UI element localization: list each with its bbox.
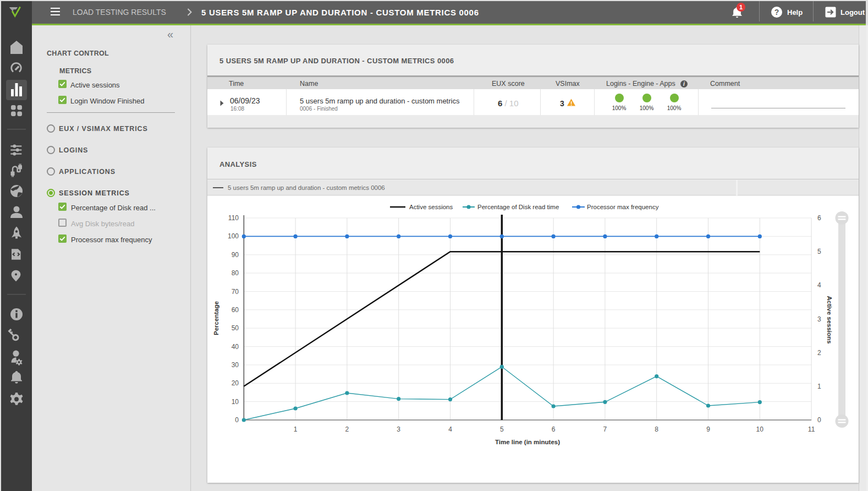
svg-text:Processor max frequency: Processor max frequency (587, 204, 659, 210)
svg-text:3: 3 (817, 315, 821, 323)
svg-text:4: 4 (817, 281, 821, 289)
svg-text:20: 20 (232, 379, 239, 387)
svg-text:10: 10 (756, 425, 764, 433)
svg-text:0: 0 (817, 416, 821, 424)
svg-text:Time line (in minutes): Time line (in minutes) (495, 439, 560, 445)
svg-text:70: 70 (232, 288, 239, 296)
svg-text:1: 1 (817, 383, 821, 390)
svg-text:Active sessions: Active sessions (826, 296, 833, 344)
svg-text:6: 6 (552, 425, 556, 433)
svg-text:0: 0 (235, 416, 239, 424)
svg-text:100: 100 (228, 232, 239, 240)
svg-text:1: 1 (294, 425, 298, 433)
svg-text:50: 50 (232, 324, 239, 332)
svg-text:7: 7 (603, 425, 607, 433)
svg-text:5: 5 (500, 425, 504, 433)
svg-text:10: 10 (232, 398, 239, 406)
svg-text:110: 110 (228, 214, 239, 222)
svg-text:4: 4 (448, 425, 452, 433)
svg-text:5: 5 (817, 248, 821, 255)
svg-text:6: 6 (817, 214, 821, 222)
svg-text:90: 90 (232, 251, 239, 259)
svg-text:40: 40 (232, 343, 239, 351)
svg-text:30: 30 (232, 361, 239, 369)
svg-text:Percentage of Disk read time: Percentage of Disk read time (477, 204, 559, 210)
svg-text:60: 60 (232, 306, 239, 314)
svg-text:Active sessions: Active sessions (409, 204, 453, 210)
svg-text:11: 11 (808, 425, 815, 433)
svg-text:8: 8 (655, 425, 658, 433)
svg-text:3: 3 (397, 425, 400, 433)
svg-text:Percentage: Percentage (213, 301, 219, 335)
svg-text:80: 80 (232, 269, 239, 277)
svg-text:2: 2 (345, 425, 349, 433)
svg-text:2: 2 (817, 349, 821, 357)
svg-text:9: 9 (706, 425, 710, 433)
